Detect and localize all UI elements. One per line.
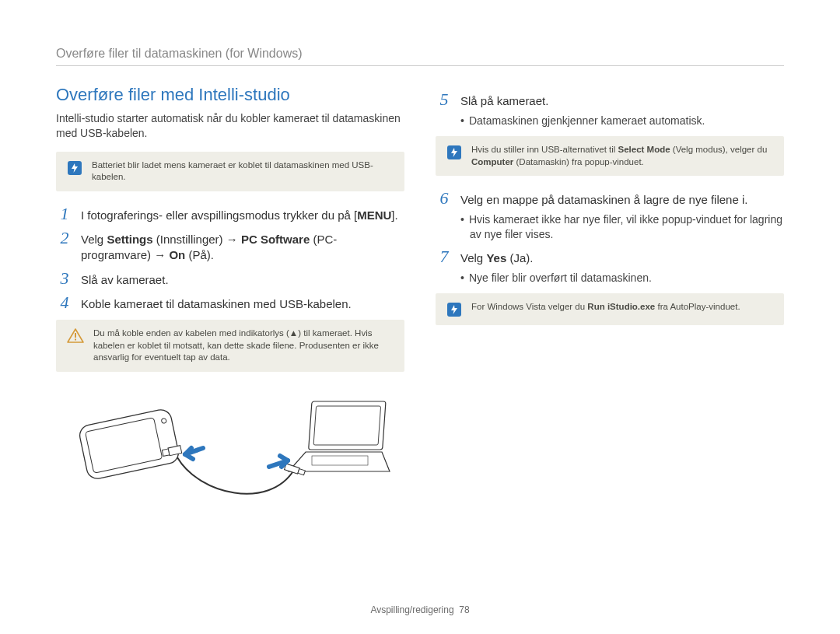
note-icon bbox=[446, 145, 462, 160]
step-number: 4 bbox=[56, 294, 73, 311]
step-number: 2 bbox=[56, 229, 73, 247]
step-4: 4 Koble kameraet til datamaskinen med US… bbox=[56, 294, 404, 312]
step-number: 6 bbox=[436, 190, 453, 207]
note-icon bbox=[67, 160, 82, 176]
step-2: 2 Velg Settings (Innstillinger) → PC Sof… bbox=[56, 229, 404, 264]
warning-text: Du må koble enden av kabelen med indikat… bbox=[93, 328, 394, 364]
note-text: Batteriet blir ladet mens kameraet er ko… bbox=[92, 159, 394, 184]
step-5: 5 Slå på kameraet. bbox=[436, 91, 784, 109]
svg-rect-2 bbox=[75, 339, 76, 341]
step-6: 6 Velg en mappe på datamaskinen å lagre … bbox=[436, 190, 784, 208]
right-column: 5 Slå på kameraet. Datamaskinen gjenkjen… bbox=[436, 85, 784, 521]
step-number: 3 bbox=[56, 270, 73, 287]
step-text: Koble kameraet til datamaskinen med USB-… bbox=[81, 294, 352, 312]
page-title: Overføre filer med Intelli-studio bbox=[56, 85, 404, 105]
step-text: Slå av kameraet. bbox=[81, 270, 169, 288]
note-text: For Windows Vista velger du Run iStudio.… bbox=[471, 301, 740, 313]
note-text: Hvis du stiller inn USB-alternativet til… bbox=[471, 144, 773, 168]
footer-section: Avspilling/redigering bbox=[370, 604, 453, 615]
svg-rect-1 bbox=[75, 333, 76, 338]
step-7-sub: Nye filer blir overført til datamaskinen… bbox=[460, 271, 784, 285]
svg-rect-11 bbox=[162, 449, 169, 456]
note-box-battery: Batteriet blir ladet mens kameraet er ko… bbox=[56, 152, 404, 191]
note-icon bbox=[446, 302, 462, 317]
step-6-sub: Hvis kameraet ikke har nye filer, vil ik… bbox=[460, 212, 784, 242]
step-text: I fotograferings- eller avspillingsmodus… bbox=[81, 205, 398, 223]
note-box-vista: For Windows Vista velger du Run iStudio.… bbox=[436, 293, 784, 325]
step-text: Velg Yes (Ja). bbox=[460, 248, 533, 266]
footer-page-number: 78 bbox=[459, 604, 469, 615]
svg-rect-8 bbox=[313, 406, 380, 445]
step-number: 1 bbox=[56, 205, 73, 222]
warning-box: Du må koble enden av kabelen med indikat… bbox=[56, 320, 404, 372]
breadcrumb: Overføre filer til datamaskinen (for Win… bbox=[56, 47, 784, 66]
warning-icon bbox=[67, 328, 84, 344]
note-box-usb-mode: Hvis du stiller inn USB-alternativet til… bbox=[436, 136, 784, 176]
step-3: 3 Slå av kameraet. bbox=[56, 270, 404, 288]
step-7: 7 Velg Yes (Ja). bbox=[436, 248, 784, 266]
step-number: 7 bbox=[436, 248, 453, 265]
step-number: 5 bbox=[436, 91, 453, 108]
connection-diagram bbox=[56, 386, 404, 521]
step-text: Velg Settings (Innstillinger) → PC Softw… bbox=[81, 229, 404, 264]
step-text: Velg en mappe på datamaskinen å lagre de… bbox=[460, 190, 747, 208]
page-footer: Avspilling/redigering 78 bbox=[0, 604, 840, 615]
step-1: 1 I fotograferings- eller avspillingsmod… bbox=[56, 205, 404, 223]
step-5-sub: Datamaskinen gjenkjenner kameraet automa… bbox=[460, 114, 784, 128]
step-text: Slå på kameraet. bbox=[460, 91, 548, 109]
intro-text: Intelli-studio starter automatisk når du… bbox=[56, 111, 404, 141]
left-column: Overføre filer med Intelli-studio Intell… bbox=[56, 85, 404, 521]
